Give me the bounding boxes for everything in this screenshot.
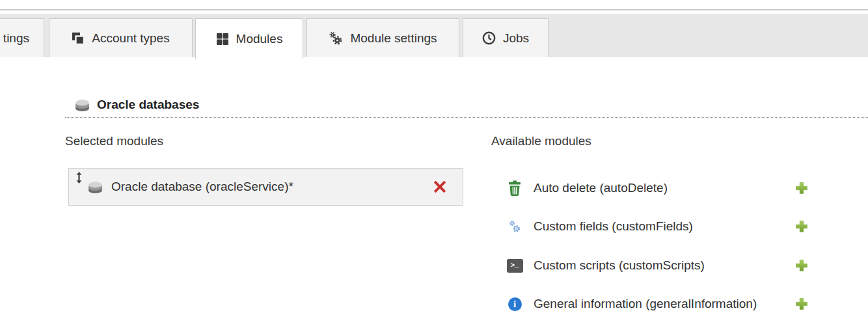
grid-icon: [216, 33, 229, 46]
available-module-label: Custom fields (customFields): [534, 219, 693, 234]
module-configuration-page: tings Account types Modules: [0, 0, 868, 328]
selected-modules-heading: Selected modules: [65, 134, 163, 148]
tab-jobs-label: Jobs: [503, 31, 529, 46]
gears-icon: [329, 31, 343, 46]
selected-module-label: Oracle database (oracleService)*: [111, 180, 293, 194]
terminal-icon: >_: [506, 257, 523, 274]
section-header: Oracle databases: [65, 92, 868, 118]
copy-icon: [72, 32, 85, 45]
tab-module-settings-label: Module settings: [350, 31, 437, 46]
database-icon: [74, 97, 91, 113]
gears-blue-icon: [506, 218, 523, 235]
add-icon[interactable]: [795, 259, 808, 272]
selected-module-item[interactable]: Oracle database (oracleService)*: [68, 168, 463, 206]
available-module-label: General information (generalInformation): [534, 297, 757, 311]
tab-settings[interactable]: tings: [0, 18, 44, 57]
clock-icon: [482, 31, 496, 45]
available-module-row: >_ Custom scripts (customScripts): [491, 256, 868, 275]
tab-account-types-label: Account types: [92, 31, 169, 46]
available-module-label: Custom scripts (customScripts): [534, 258, 705, 273]
add-icon[interactable]: [795, 220, 808, 233]
tab-bar: tings Account types Modules: [0, 14, 868, 57]
available-module-row: i General information (generalInformatio…: [491, 294, 868, 314]
available-module-row: Auto delete (autoDelete): [491, 178, 868, 198]
available-modules-heading: Available modules: [491, 134, 591, 148]
available-module-row: Custom fields (customFields): [491, 217, 868, 236]
trash-icon: [506, 180, 523, 197]
database-icon: [87, 179, 104, 198]
add-icon[interactable]: [795, 297, 808, 310]
tab-modules-label: Modules: [236, 32, 283, 46]
drag-handle-icon[interactable]: [75, 172, 83, 184]
add-icon[interactable]: [795, 182, 808, 195]
info-icon: i: [506, 295, 523, 312]
tab-modules[interactable]: Modules: [195, 18, 303, 59]
tab-account-types[interactable]: Account types: [49, 18, 193, 57]
tab-module-settings[interactable]: Module settings: [306, 18, 459, 57]
section-title: Oracle databases: [97, 98, 199, 112]
tab-settings-label: tings: [3, 31, 29, 46]
tab-jobs[interactable]: Jobs: [463, 18, 549, 57]
available-module-label: Auto delete (autoDelete): [534, 181, 668, 195]
top-divider: [0, 9, 868, 10]
remove-icon[interactable]: [433, 180, 446, 193]
